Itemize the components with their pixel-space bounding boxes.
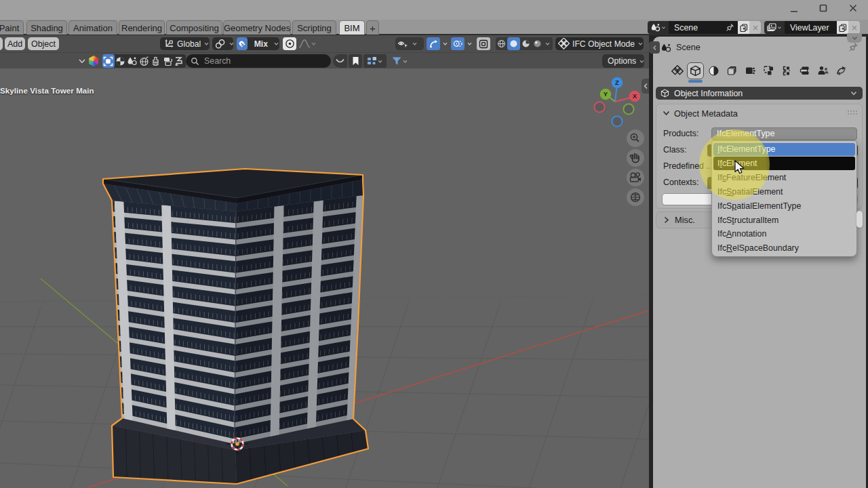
window-titlebar: [0, 0, 868, 20]
viewport-3d[interactable]: ZYX Skyline Vista Tower Main: [0, 68, 649, 488]
snap-settings-dropdown[interactable]: [212, 37, 233, 50]
contrast-circle-icon[interactable]: [115, 54, 127, 68]
render-region-icon[interactable]: [102, 54, 115, 68]
dropdown-item-ifcrelspaceboundary[interactable]: IfcRelSpaceBoundary: [713, 241, 855, 255]
copy-pages-icon[interactable]: [162, 54, 174, 68]
chevron-left-icon: [652, 45, 657, 51]
transform-orientation-dropdown[interactable]: Global: [160, 37, 210, 50]
brush-icon[interactable]: [150, 54, 162, 68]
close-icon[interactable]: [848, 3, 858, 13]
minimize-icon[interactable]: [789, 3, 799, 13]
world-globe-icon[interactable]: [138, 54, 151, 68]
viewlayer-selector[interactable]: ViewLayer: [764, 21, 860, 34]
panel-back-notch[interactable]: [649, 41, 660, 54]
properties-tab-people[interactable]: [814, 62, 831, 79]
shading-mode-group: [496, 37, 553, 50]
workspace-tab-geometry-nodes[interactable]: Geometry Nodes: [223, 20, 291, 35]
properties-tab-texture[interactable]: [760, 62, 777, 79]
workspace-tabstrip: PaintShadingAnimationRenderingCompositin…: [0, 20, 868, 35]
chevron-down-icon: [377, 58, 383, 64]
maximize-icon[interactable]: [818, 3, 828, 13]
properties-tab-output-pages[interactable]: [724, 62, 741, 79]
falloff-dropdown[interactable]: [298, 37, 321, 50]
expand-chevron-icon[interactable]: [78, 58, 86, 64]
dropdown-item-ifcstructuralitem[interactable]: IfcStructuralItem: [713, 214, 855, 227]
editor-type-button[interactable]: [0, 37, 3, 50]
proportional-circle-icon: [285, 39, 295, 49]
viewlayer-new-copy-icon[interactable]: [837, 21, 848, 34]
pin-icon[interactable]: [726, 23, 734, 32]
workspace-tab-label: BIM: [344, 23, 359, 33]
panel-grip[interactable]: [848, 110, 857, 115]
options-dropdown[interactable]: Options: [602, 54, 644, 68]
shading-wireframe-icon[interactable]: [496, 37, 507, 50]
add-workspace-tab[interactable]: +: [366, 20, 379, 35]
xray-icon: [479, 39, 488, 49]
workspace-tab-animation[interactable]: Animation: [68, 20, 117, 35]
products-dropdown[interactable]: IfcElementType: [711, 127, 857, 140]
visibility-dropdown[interactable]: [395, 37, 424, 50]
workspace-tab-label: Paint: [0, 23, 19, 33]
filter-dropdown[interactable]: [388, 54, 411, 68]
shading-material-icon[interactable]: [520, 37, 532, 50]
breadcrumb: Scene: [660, 41, 857, 54]
properties-tab-object-cube[interactable]: [687, 62, 704, 79]
viewlayer-remove-icon[interactable]: [848, 21, 860, 34]
panel-expand-chevron-icon[interactable]: [663, 110, 670, 117]
proportional-editing-toggle[interactable]: [283, 37, 296, 50]
hierarchy-dropdown[interactable]: [363, 54, 387, 68]
clamp-icon[interactable]: [174, 54, 186, 68]
workspace-tab-compositing[interactable]: Compositing: [166, 20, 222, 35]
scrollbar-thumb[interactable]: [856, 211, 863, 228]
snap-mode-dropdown[interactable]: Mix: [237, 37, 279, 50]
curve-falloff-button[interactable]: [333, 54, 347, 68]
menu-object[interactable]: Object: [28, 37, 59, 50]
interaction-mode-dropdown[interactable]: IFC Object Mode: [555, 37, 644, 50]
chevron-down-icon: [852, 36, 858, 41]
properties-tab-physics-arrows[interactable]: [833, 62, 850, 79]
shading-rendered-icon[interactable]: [532, 37, 543, 50]
breadcrumb-label: Scene: [676, 43, 701, 52]
sidebar-toggle[interactable]: [642, 79, 649, 94]
gizmo-arrow-icon[interactable]: [427, 37, 440, 50]
properties-tab-material[interactable]: [705, 62, 722, 79]
grid-line: [437, 294, 503, 488]
menu-add[interactable]: Add: [5, 37, 25, 50]
scene-new-copy-icon[interactable]: [738, 21, 749, 34]
properties-tab-data-stack[interactable]: [796, 62, 813, 79]
dropdown-item-ifcelementtype[interactable]: IfcElementType: [713, 143, 855, 157]
shading-solid-icon[interactable]: [507, 37, 520, 50]
workspace-tab-bim[interactable]: BIM: [339, 20, 365, 35]
object-information-panel-header[interactable]: Object Information: [656, 87, 863, 100]
scene-selector[interactable]: Scene: [648, 21, 761, 34]
color-wheel-icon[interactable]: [88, 56, 99, 66]
scene-drop-icon[interactable]: [126, 54, 138, 68]
scene-name-field[interactable]: Scene: [669, 21, 738, 34]
properties-tab-render[interactable]: [742, 62, 759, 79]
search-input[interactable]: Search: [186, 54, 331, 68]
scene-unlink-icon[interactable]: [749, 21, 761, 34]
active-tab-underline: [688, 80, 703, 83]
viewlayer-icon[interactable]: [764, 21, 785, 34]
pin-icon[interactable]: [848, 42, 859, 52]
workspace-tab-shading[interactable]: Shading: [26, 20, 67, 35]
workspace-tab-rendering[interactable]: Rendering: [119, 20, 165, 35]
workspace-tab-scripting[interactable]: Scripting: [292, 20, 336, 35]
workspace-tab-paint[interactable]: Paint: [0, 20, 24, 35]
overlays-icon[interactable]: [451, 37, 465, 50]
dropdown-item-ifcspatialelement[interactable]: IfcSpatialElement: [713, 185, 855, 199]
magnet-icon[interactable]: [237, 37, 248, 50]
overlays-dropdown[interactable]: [451, 37, 474, 50]
dropdown-item-ifcelement[interactable]: IfcElement: [713, 157, 855, 170]
pan-hand-icon-button: [627, 149, 644, 167]
scene-icon[interactable]: [648, 21, 669, 34]
properties-tab-bim-tool[interactable]: [669, 62, 686, 79]
properties-tab-worldsplit[interactable]: [778, 62, 795, 79]
gizmos-dropdown[interactable]: [427, 37, 450, 50]
xray-toggle[interactable]: [477, 37, 490, 50]
dropdown-item-ifcfeatureelement[interactable]: IfcFeatureElement: [713, 171, 855, 184]
dropdown-item-ifcspatialelementtype[interactable]: IfcSpatialElementType: [713, 199, 855, 213]
bookmark-button[interactable]: [349, 54, 362, 68]
viewlayer-name-field[interactable]: ViewLayer: [785, 21, 837, 34]
dropdown-item-ifcannotation[interactable]: IfcAnnotation: [713, 228, 855, 241]
